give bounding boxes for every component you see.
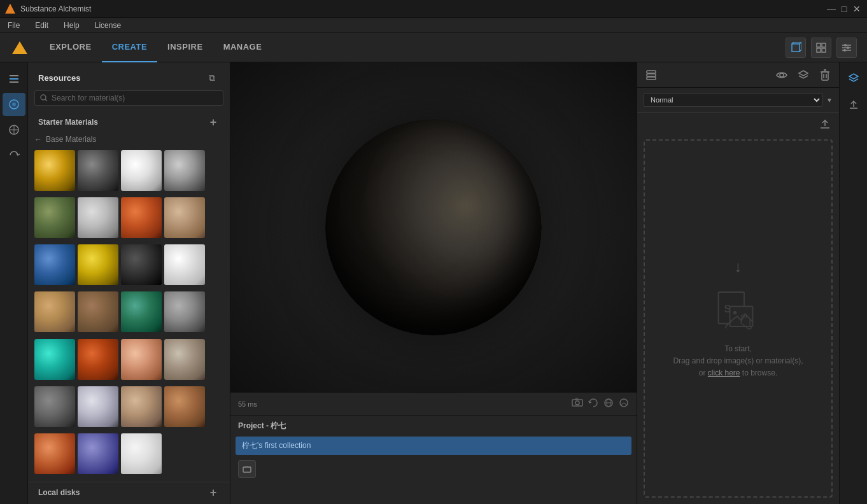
stack-button[interactable] [794, 66, 812, 84]
resources-expand-btn[interactable]: ⧉ [204, 70, 220, 85]
list-item[interactable] [78, 386, 118, 427]
rotate-icon[interactable] [588, 398, 598, 410]
list-item[interactable] [121, 433, 162, 474]
tab-explore[interactable]: EXPLORE [39, 33, 102, 62]
back-nav[interactable]: ← Base Materials [28, 132, 230, 146]
app-container: EXPLORE CREATE INSPIRE MANAGE [0, 33, 867, 504]
sidebar-layers-btn[interactable] [3, 67, 25, 90]
material-icon[interactable] [619, 398, 629, 410]
list-item[interactable] [121, 339, 162, 380]
list-item[interactable] [78, 197, 118, 238]
svg-rect-18 [10, 81, 18, 83]
list-item[interactable] [78, 339, 118, 380]
app-logo [10, 38, 29, 57]
add-collection-button[interactable] [238, 460, 256, 478]
upload-button[interactable] [816, 115, 834, 133]
browse-link[interactable]: click here [708, 368, 740, 377]
project-footer [230, 455, 637, 483]
list-item[interactable] [34, 386, 75, 427]
project-collection[interactable]: 柠七's first collection [236, 437, 631, 455]
minimize-button[interactable]: — [826, 4, 836, 14]
viewport: 55 ms [230, 62, 637, 504]
svg-point-48 [733, 311, 736, 314]
sliders-button[interactable] [836, 38, 857, 58]
material-grid [28, 146, 230, 482]
list-item[interactable] [34, 291, 75, 332]
svg-rect-38 [822, 72, 828, 80]
blend-mode-select[interactable]: Normal Multiply Screen Overlay [644, 93, 822, 107]
maximize-button[interactable]: □ [839, 4, 849, 14]
camera-icon[interactable] [572, 398, 583, 410]
search-input[interactable] [52, 94, 218, 102]
list-item[interactable] [121, 291, 162, 332]
list-item[interactable] [164, 197, 205, 238]
list-item[interactable] [78, 433, 118, 474]
list-item[interactable] [121, 150, 162, 191]
drop-zone-text: To start, Drag and drop image(s) or mate… [673, 343, 803, 380]
close-button[interactable]: ✕ [852, 4, 862, 14]
app-icon [5, 4, 15, 14]
title-bar: Substance Alchemist — □ ✕ [0, 0, 867, 18]
svg-rect-7 [822, 43, 826, 47]
svg-rect-17 [10, 78, 18, 80]
layers-stack-button[interactable] [642, 66, 660, 84]
right-sidebar-up-btn[interactable] [842, 93, 865, 116]
list-item[interactable] [164, 386, 205, 427]
starter-materials-header: Starter Materials + [28, 112, 230, 132]
list-item[interactable] [78, 150, 118, 191]
right-icon-sidebar [839, 62, 867, 504]
eye-button[interactable] [773, 66, 791, 84]
list-item[interactable] [78, 291, 118, 332]
list-item[interactable] [164, 150, 205, 191]
svg-marker-54 [724, 326, 727, 329]
grid-icon[interactable] [603, 398, 614, 410]
svg-point-20 [12, 102, 16, 106]
svg-point-14 [847, 46, 849, 49]
menu-edit[interactable]: Edit [32, 20, 51, 31]
right-sidebar-layers-btn[interactable] [842, 67, 865, 90]
list-item[interactable] [78, 244, 118, 285]
tab-create[interactable]: CREATE [102, 33, 157, 62]
resources-header: Resources ⧉ [28, 62, 230, 90]
right-panel-toolbar [637, 62, 839, 88]
add-material-button[interactable]: + [207, 116, 220, 129]
list-item[interactable] [121, 197, 162, 238]
list-item[interactable] [121, 386, 162, 427]
menu-license[interactable]: License [92, 20, 123, 31]
list-item[interactable] [164, 339, 205, 380]
preview-sphere [325, 119, 542, 335]
list-item[interactable] [164, 291, 205, 332]
grid-view-button[interactable] [811, 38, 831, 58]
blend-mode-row: Normal Multiply Screen Overlay ▼ [637, 88, 839, 113]
sidebar-materials-btn[interactable] [3, 93, 25, 116]
svg-rect-34 [647, 71, 656, 73]
collection-label: 柠七's first collection [242, 441, 311, 450]
project-label: Project - 柠七 [238, 421, 286, 431]
svg-rect-33 [243, 467, 251, 472]
menu-file[interactable]: File [5, 20, 22, 31]
delete-button[interactable] [816, 66, 834, 84]
list-item[interactable] [34, 433, 75, 474]
svg-line-25 [45, 99, 47, 101]
menu-help[interactable]: Help [61, 20, 82, 31]
svg-rect-6 [817, 43, 821, 47]
cube-view-button[interactable] [786, 38, 806, 58]
app-body: Resources ⧉ Starter Materials + ← Base M… [0, 62, 867, 504]
add-disk-button[interactable]: + [207, 486, 220, 499]
list-item[interactable] [164, 244, 205, 285]
drop-zone[interactable]: ↓ S [644, 139, 833, 498]
window-controls: — □ ✕ [826, 4, 862, 14]
viewport-canvas[interactable] [230, 62, 637, 392]
tab-manage[interactable]: MANAGE [213, 33, 272, 62]
sidebar-refresh-btn[interactable] [3, 144, 25, 167]
list-item[interactable] [121, 244, 162, 285]
list-item[interactable] [34, 150, 75, 191]
svg-rect-9 [822, 48, 826, 52]
sidebar-paint-btn[interactable] [3, 118, 25, 141]
list-item[interactable] [34, 197, 75, 238]
list-item[interactable] [34, 339, 75, 380]
tab-inspire[interactable]: INSPIRE [157, 33, 213, 62]
list-item[interactable] [34, 244, 75, 285]
back-arrow: ← [34, 135, 42, 144]
drop-arrow-icon: ↓ [735, 258, 742, 276]
